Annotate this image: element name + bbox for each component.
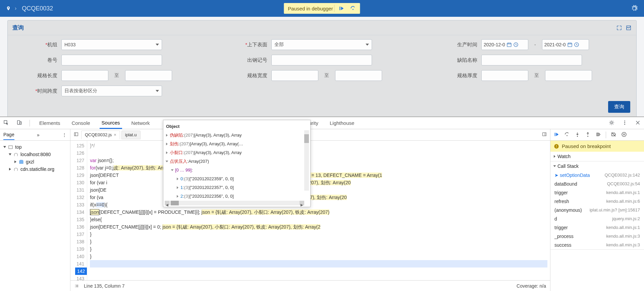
- toggle-sidebar-icon[interactable]: [541, 131, 548, 139]
- width-to[interactable]: [335, 70, 382, 81]
- tab-sources[interactable]: Sources: [100, 117, 122, 129]
- svg-point-19: [587, 136, 588, 137]
- coverage-status: Coverage: n/a: [517, 283, 546, 289]
- svg-rect-9: [20, 122, 21, 124]
- timespan-select[interactable]: 日表按毫秒区分: [61, 86, 162, 96]
- step-out-icon[interactable]: [585, 132, 591, 138]
- deactivate-bp-icon[interactable]: [611, 132, 616, 138]
- close-tab-icon[interactable]: ×: [114, 132, 116, 137]
- date-to[interactable]: 2021-02-0: [542, 39, 589, 50]
- stack-frame[interactable]: refreshkendo.all.min.js:6: [550, 197, 644, 206]
- line-gutter: 1251261271281291301311321331341351361371…: [70, 141, 87, 280]
- len-from[interactable]: [61, 70, 108, 81]
- file-tab-active[interactable]: QCQE0032.js×: [81, 131, 120, 139]
- devtools-close-icon[interactable]: [635, 120, 641, 127]
- svg-rect-13: [9, 146, 12, 149]
- location-icon: [6, 6, 11, 11]
- surface-select[interactable]: 全部: [271, 39, 372, 50]
- step-into-icon[interactable]: [575, 132, 580, 138]
- paused-reason: Paused on breakpoint: [550, 141, 644, 152]
- stack-frame[interactable]: (anonymous)iplat.ui.min.js? [sm]:15617: [550, 206, 644, 214]
- resume-icon[interactable]: [554, 132, 559, 138]
- svg-rect-0: [340, 7, 340, 10]
- svg-point-20: [622, 132, 626, 137]
- step-over-icon[interactable]: [564, 132, 570, 138]
- thick-to[interactable]: [545, 70, 592, 81]
- file-tab-other[interactable]: iplat.u: [121, 131, 141, 139]
- query-button[interactable]: 查询: [608, 101, 630, 113]
- svg-point-17: [567, 135, 568, 136]
- svg-rect-8: [17, 120, 20, 124]
- svg-rect-16: [555, 133, 555, 136]
- step-over-button[interactable]: [349, 4, 358, 12]
- svg-point-18: [577, 136, 578, 137]
- pause-exceptions-icon[interactable]: [621, 132, 627, 138]
- code-lines[interactable]: }*/ var json={};for(var j=0;j皮: Array(20…: [87, 141, 550, 280]
- tab-elements[interactable]: Elements: [37, 117, 62, 129]
- svg-rect-14: [74, 133, 78, 136]
- tab-lighthouse[interactable]: Lighthouse: [328, 117, 356, 129]
- tab-network[interactable]: Network: [129, 117, 152, 129]
- stack-frame[interactable]: successkendo.all.min.js:3: [550, 241, 644, 249]
- svg-rect-21: [623, 133, 624, 135]
- query-title: 查询: [12, 24, 24, 32]
- len-to[interactable]: [125, 70, 172, 81]
- thick-from[interactable]: [481, 70, 528, 81]
- chevron-right-icon: ›: [15, 5, 16, 11]
- page-tab[interactable]: Page: [3, 132, 14, 140]
- settings-icon[interactable]: [631, 5, 638, 13]
- defect-name-input[interactable]: [481, 55, 582, 65]
- devtools: Elements Console Sources Network urity L…: [0, 116, 644, 291]
- svg-rect-5: [568, 43, 572, 47]
- collapse-icon[interactable]: [626, 25, 632, 31]
- svg-point-10: [624, 120, 625, 122]
- stack-frame[interactable]: dataBoundQCQE0032.js:54: [550, 180, 644, 188]
- tree-cdn[interactable]: cdn.staticfile.org: [3, 165, 67, 173]
- watch-section[interactable]: Watch: [550, 152, 644, 161]
- show-navigator-icon[interactable]: [72, 131, 80, 139]
- stack-frame[interactable]: triggerkendo.all.min.js:1: [550, 188, 644, 197]
- coil-input[interactable]: [61, 55, 162, 65]
- stack-frame[interactable]: djquery.min.js:2: [550, 214, 644, 223]
- debugger-paused-banner: Paused in debugger: [284, 3, 360, 14]
- svg-point-11: [624, 122, 625, 123]
- date-from[interactable]: 2020-12-0: [481, 39, 528, 50]
- svg-rect-22: [624, 133, 625, 135]
- unit-select[interactable]: H033: [61, 39, 162, 50]
- page-title: QCQE0032: [22, 5, 53, 12]
- steel-mark-input[interactable]: [271, 55, 372, 65]
- object-inspect-popup[interactable]: Object 伪缺陷: (207) [Array(3), Array(3), A…: [163, 120, 311, 207]
- cursor-position: Line 135, Column 7: [84, 283, 124, 289]
- inspect-icon[interactable]: [3, 120, 9, 127]
- svg-point-12: [624, 124, 625, 125]
- expand-icon[interactable]: [616, 25, 622, 31]
- left-menu-icon[interactable]: ⋮: [62, 132, 67, 138]
- devtools-menu-icon[interactable]: [622, 120, 628, 127]
- tree-top[interactable]: top: [3, 143, 67, 151]
- tree-localhost[interactable]: localhost:8080: [3, 151, 67, 158]
- tab-console[interactable]: Console: [70, 117, 92, 129]
- svg-point-1: [353, 9, 354, 10]
- stack-frame[interactable]: ➤setOptionDataQCQE0032.js:142: [550, 171, 644, 180]
- width-from[interactable]: [271, 70, 318, 81]
- devtools-settings-icon[interactable]: [609, 120, 614, 127]
- tree-gxzl[interactable]: gxzl: [3, 158, 67, 165]
- more-tabs-icon[interactable]: »: [37, 132, 40, 138]
- popup-vscroll[interactable]: [304, 130, 309, 191]
- callstack-section[interactable]: Call Stack: [550, 161, 644, 171]
- resume-button[interactable]: [337, 4, 346, 12]
- device-icon[interactable]: [16, 120, 22, 127]
- query-panel: 查询 *机组H033 *上下表面全部 生产时间 2020-12-0 - 2021…: [7, 20, 637, 119]
- svg-rect-3: [507, 43, 511, 47]
- stack-frame[interactable]: triggerkendo.all.min.js:1: [550, 223, 644, 232]
- stack-frame[interactable]: _processkendo.all.min.js:3: [550, 232, 644, 241]
- svg-rect-15: [543, 133, 546, 136]
- step-icon[interactable]: [595, 132, 601, 138]
- popup-hscroll[interactable]: ◀▶: [165, 201, 304, 205]
